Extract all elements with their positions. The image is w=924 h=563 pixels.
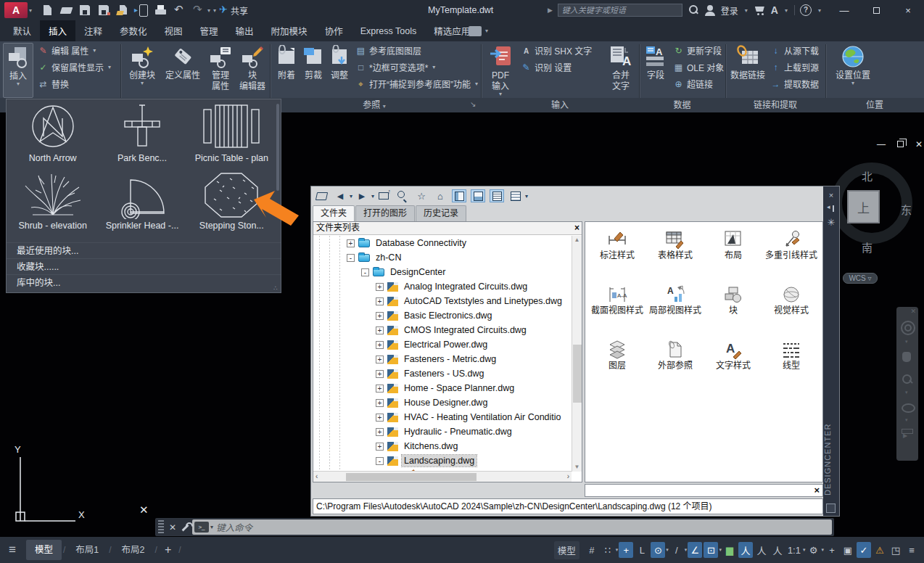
forward-icon[interactable] <box>355 189 369 202</box>
block-north-arrow[interactable]: North Arrow <box>8 101 97 168</box>
tree-row[interactable]: Hydraulic - Pneumatic.dwg <box>313 424 572 439</box>
save-icon[interactable] <box>78 4 93 17</box>
auto-hide-pin-icon[interactable] <box>827 205 836 213</box>
tree-scroll-thumb[interactable] <box>573 345 582 403</box>
viewcube[interactable]: 北 东 南 上 WCS ▿ <box>827 155 921 287</box>
adjust-reference-button[interactable]: 调整 <box>327 43 352 98</box>
set-location-button[interactable]: 设置位置 <box>831 43 875 98</box>
dc-item-text-styles[interactable]: A文字样式 <box>704 334 762 389</box>
dc-item-dimension-style[interactable]: 标注样式 <box>588 223 646 279</box>
3d-object-snap-icon[interactable]: 人 <box>754 542 769 558</box>
ribbon-tab[interactable]: 参数化 <box>111 20 156 41</box>
compass-east-label[interactable]: 东 <box>901 202 912 217</box>
pdf-import-button[interactable]: PDF输入 <box>484 43 516 98</box>
palette-bottom-icon[interactable] <box>826 504 836 513</box>
gallery-scrollbar[interactable] <box>276 104 279 191</box>
preview-toggle-icon[interactable] <box>471 189 485 202</box>
user-icon[interactable] <box>704 5 716 16</box>
search-icon[interactable] <box>395 189 410 202</box>
status-caret[interactable]: ▾ <box>666 547 669 553</box>
status-caret[interactable]: ▾ <box>616 547 619 553</box>
ribbon-tab[interactable]: 插入 <box>40 20 75 41</box>
expand-toggle-icon[interactable] <box>376 428 384 436</box>
open-from-web-icon[interactable] <box>116 4 131 17</box>
undo-caret-icon[interactable]: ▾ <box>207 7 210 14</box>
panel-import[interactable]: 输入 <box>481 98 639 112</box>
tree-row[interactable]: DesignCenter <box>313 265 572 279</box>
dc-toolbar-caret[interactable]: ▾ <box>350 193 352 200</box>
dc-tab[interactable]: 历史记录 <box>416 205 466 221</box>
help-caret-icon[interactable]: ▾ <box>818 7 821 14</box>
expand-toggle-icon[interactable] <box>376 297 384 305</box>
help-icon[interactable]: ? <box>800 4 812 16</box>
tree-item-label[interactable]: Fasteners - Metric.dwg <box>402 353 498 365</box>
dynamic-input-icon[interactable]: ⊡ <box>704 542 718 558</box>
autocad-logo[interactable]: A <box>4 2 28 18</box>
description-close-icon[interactable]: × <box>814 485 820 496</box>
expand-toggle-icon[interactable] <box>376 457 384 465</box>
underlay-layers-button[interactable]: 参考底图图层 <box>355 44 478 57</box>
expand-toggle-icon[interactable] <box>376 341 384 349</box>
annotation-scale-value[interactable]: 1:1 <box>786 542 802 558</box>
expand-toggle-icon[interactable] <box>361 268 369 276</box>
qat-customize-caret-icon[interactable]: ▾ <box>213 7 216 14</box>
dc-item-section-view-style[interactable]: A-A截面视图样式 <box>588 279 646 334</box>
tree-row[interactable]: CMOS Integrated Circuits.dwg <box>313 323 572 337</box>
update-fields-button[interactable]: 更新字段 <box>673 44 724 57</box>
manage-attributes-button[interactable]: 管理属性 <box>206 43 235 98</box>
panel-data[interactable]: 数据 <box>639 98 725 112</box>
expand-toggle-icon[interactable] <box>376 356 384 363</box>
tree-item-label[interactable]: zh-CN <box>374 252 403 263</box>
search-icon[interactable] <box>688 4 699 16</box>
tree-item-label[interactable]: Database Connectivity <box>374 237 469 249</box>
tree-row[interactable]: Analog Integrated Circuits.dwg <box>313 279 572 294</box>
combine-text-button[interactable]: A 合并文字 <box>605 43 637 98</box>
signin-caret-icon[interactable]: ▾ <box>745 7 748 14</box>
tree-row[interactable]: House Designer.dwg <box>313 395 572 410</box>
dc-tab[interactable]: 打开的图形 <box>355 205 415 221</box>
tree-horizontal-scrollbar[interactable]: ‹› <box>313 471 572 482</box>
zoom-caret-icon[interactable]: ▾ <box>905 390 908 395</box>
dc-item-detail-view-style[interactable]: A局部视图样式 <box>646 279 704 334</box>
download-from-source-button[interactable]: 从源下载 <box>770 44 819 57</box>
dc-toolbar-caret[interactable]: ▾ <box>371 193 374 200</box>
ribbon-tab[interactable]: 注释 <box>75 20 111 41</box>
attach-reference-button[interactable]: 附着 <box>273 43 300 98</box>
expand-toggle-icon[interactable] <box>347 254 355 262</box>
expand-toggle-icon[interactable] <box>376 399 384 407</box>
panel-location[interactable]: 位置 <box>825 98 924 112</box>
block-shrub[interactable]: Shrub - elevation <box>8 168 97 236</box>
gallery-menu-item[interactable]: 收藏块...... <box>7 258 281 274</box>
annotation-monitor-icon[interactable]: ⚠ <box>873 542 887 558</box>
up-icon[interactable] <box>376 189 391 202</box>
status-caret[interactable]: ▾ <box>685 547 688 553</box>
data-link-button[interactable]: 数据链接 <box>728 43 767 98</box>
dc-item-xrefs[interactable]: 外部参照 <box>646 334 704 389</box>
customize-icon[interactable]: ≡ <box>904 542 919 558</box>
extract-data-button[interactable]: 提取数据 <box>770 78 819 90</box>
status-caret[interactable]: ▾ <box>821 547 824 553</box>
zoom-icon[interactable] <box>900 372 915 387</box>
close-button[interactable]: × <box>892 0 924 20</box>
tree-item-label[interactable]: AutoCAD Textstyles and Linetypes.dwg <box>402 295 564 307</box>
create-block-button[interactable]: 创建块 <box>125 43 160 98</box>
ribbon-tab[interactable]: Express Tools <box>352 20 426 41</box>
dc-toolbar-caret[interactable]: ▾ <box>525 193 528 200</box>
block-picnic-table[interactable]: Picnic Table - plan <box>187 101 276 168</box>
tree-row[interactable]: zh-CN <box>313 250 572 265</box>
ole-object-button[interactable]: OLE 对象 <box>673 61 724 73</box>
expand-toggle-icon[interactable] <box>376 283 384 291</box>
viewcube-top-face[interactable]: 上 <box>847 190 880 223</box>
save-to-web-icon[interactable] <box>135 4 149 17</box>
graphics-performance-icon[interactable]: ✓ <box>857 542 871 558</box>
dc-item-layout[interactable]: 布局 <box>704 223 762 279</box>
navbar-close-icon[interactable]: ✕ <box>910 308 916 315</box>
reference-dialog-launcher-icon[interactable]: ↘ <box>470 100 476 108</box>
maximize-button[interactable] <box>860 0 892 20</box>
ribbon-tab[interactable]: 视图 <box>156 20 191 41</box>
favorites-icon[interactable] <box>414 189 429 202</box>
status-caret[interactable]: ▾ <box>803 547 806 553</box>
dc-item-table-style[interactable]: 表格样式 <box>646 223 704 279</box>
designcenter-titlebar-strip[interactable]: × ✳ DESIGNCENTER <box>823 186 839 516</box>
tree-item-label[interactable]: Hydraulic - Pneumatic.dwg <box>402 426 514 437</box>
